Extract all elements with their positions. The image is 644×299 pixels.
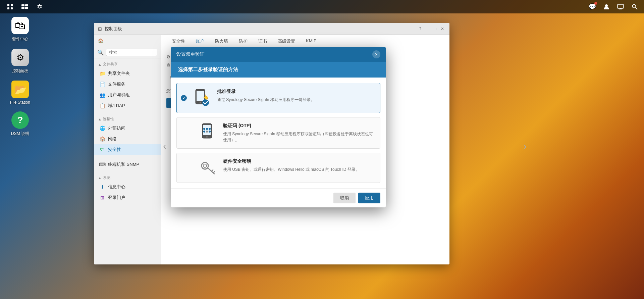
- desktop-icons: 🛍 套件中心 ⚙ 控制面板 📂 File Station ? DSM 说明: [7, 17, 34, 137]
- svg-point-13: [633, 5, 636, 8]
- system-label: 系统: [103, 175, 110, 180]
- dialog-2fa: 设置双重验证 × 选择第二步登录验证的方法 ✓ 👆: [171, 47, 386, 207]
- package-center-icon[interactable]: 🛍 套件中心: [7, 17, 34, 42]
- method-card-hardware-key[interactable]: 硬件安全密钥 使用 USB 密钥、或通行密钥、Windows Hello 或 m…: [176, 153, 380, 183]
- help-window-btn[interactable]: ?: [417, 26, 423, 32]
- svg-point-17: [200, 102, 201, 103]
- sidebar-section-header-filesharing: ▲ 文件共享: [94, 60, 161, 68]
- close-window-btn[interactable]: ✕: [439, 26, 445, 32]
- grid-icon[interactable]: [3, 0, 17, 13]
- control-panel-icon[interactable]: ⚙ 控制面板: [7, 49, 34, 74]
- svg-rect-2: [7, 7, 9, 9]
- network-label: 网络: [108, 136, 117, 142]
- svg-point-8: [605, 4, 608, 7]
- tab-kmip[interactable]: KMIP: [301, 35, 322, 48]
- app-switcher-icon[interactable]: [18, 0, 32, 13]
- notification-icon[interactable]: 💬: [586, 1, 598, 13]
- sidebar-item-info-center[interactable]: ℹ 信息中心: [94, 182, 161, 192]
- sidebar-section-system2: ▲ 系统 ℹ 信息中心 ⊞ 登录门户: [94, 172, 161, 205]
- svg-rect-3: [11, 7, 13, 9]
- sidebar-item-terminal-snmp[interactable]: ⌨ 终端机和 SNMP: [94, 159, 161, 170]
- otp-icon: [199, 123, 218, 142]
- svg-rect-12: [619, 9, 622, 9]
- sidebar-item-domain-ldap[interactable]: 📋 域/LDAP: [94, 100, 161, 111]
- users-groups-icon: 👥: [99, 92, 105, 98]
- svg-rect-7: [25, 7, 28, 9]
- dsm-help-icon[interactable]: ? DSM 说明: [7, 111, 34, 137]
- sidebar-search: 🔍: [94, 47, 161, 58]
- minimize-window-btn[interactable]: —: [425, 26, 431, 32]
- svg-rect-4: [21, 4, 24, 6]
- taskbar: 💬: [0, 0, 644, 13]
- window-title: 控制面板: [105, 26, 122, 32]
- maximize-window-btn[interactable]: □: [432, 26, 438, 32]
- method-desc-approve: 通过 Synology Secure SignIn 移动应用程序一键登录。: [217, 97, 375, 103]
- external-access-label: 外部访问: [108, 125, 125, 131]
- tab-account[interactable]: 账户: [190, 35, 210, 48]
- settings-gear-icon[interactable]: [33, 0, 46, 13]
- svg-point-22: [206, 136, 208, 138]
- domain-ldap-icon: 📋: [99, 103, 105, 109]
- chevron-filesharing-icon: ▲: [98, 62, 102, 66]
- file-services-icon: 📄: [99, 81, 105, 87]
- tab-protection[interactable]: 防护: [233, 35, 253, 48]
- dsm-help-label: DSM 说明: [11, 131, 29, 137]
- sidebar-section-connectivity: ▲ 连接性 🌐 外部访问 🏠 网络 🛡 安全性: [94, 113, 161, 157]
- sidebar-search-input[interactable]: [106, 49, 157, 56]
- svg-line-14: [636, 8, 638, 10]
- sidebar-section-system: ⌨ 终端机和 SNMP: [94, 157, 161, 172]
- display-icon[interactable]: [614, 1, 627, 13]
- sidebar-item-users-groups[interactable]: 👥 用户与群组: [94, 90, 161, 100]
- taskbar-left: [3, 0, 46, 13]
- method-content-otp: 验证码 (OTP) 使用 Synology Secure SignIn 移动应用…: [223, 123, 375, 143]
- method-card-otp[interactable]: 验证码 (OTP) 使用 Synology Secure SignIn 移动应用…: [176, 117, 380, 149]
- dialog-subtitle: 选择第二步登录验证的方法: [178, 66, 238, 72]
- sidebar-home-btn[interactable]: 🏠: [94, 35, 161, 47]
- login-portal-icon: ⊞: [99, 195, 105, 201]
- sidebar-item-shared-folders[interactable]: 📁 共享文件夹: [94, 68, 161, 79]
- chevron-connectivity-icon: ▲: [98, 117, 102, 121]
- security-label: 安全性: [108, 147, 121, 153]
- sidebar-section-header-system: ▲ 系统: [94, 174, 161, 182]
- dialog-header: 设置双重验证 ×: [171, 47, 386, 62]
- sidebar-item-file-services[interactable]: 📄 文件服务: [94, 79, 161, 90]
- svg-point-24: [206, 128, 208, 130]
- domain-ldap-label: 域/LDAP: [108, 103, 125, 109]
- svg-point-28: [209, 131, 211, 133]
- security-icon: 🛡: [99, 147, 105, 153]
- file-station-icon[interactable]: 📂 File Station: [7, 81, 34, 105]
- svg-rect-0: [7, 4, 9, 6]
- method-card-approve[interactable]: ✓ 👆 批准登录 通过 Synology Secure Si: [176, 83, 380, 113]
- method-content-approve: 批准登录 通过 Synology Secure SignIn 移动应用程序一键登…: [217, 89, 375, 103]
- svg-line-33: [213, 171, 215, 173]
- connectivity-label: 连接性: [103, 116, 114, 121]
- dialog-title: 设置双重验证: [176, 51, 205, 57]
- tab-security[interactable]: 安全性: [166, 35, 190, 48]
- sidebar-item-network[interactable]: 🏠 网络: [94, 134, 161, 144]
- svg-rect-5: [25, 4, 28, 6]
- hardware-key-icon: [199, 158, 218, 177]
- dialog-apply-btn[interactable]: 应用: [358, 193, 380, 203]
- package-center-label: 套件中心: [12, 36, 28, 42]
- tab-cert[interactable]: 证书: [253, 35, 272, 48]
- user-account-icon[interactable]: [600, 1, 612, 13]
- sidebar-item-login-portal[interactable]: ⊞ 登录门户: [94, 192, 161, 203]
- sidebar-item-external-access[interactable]: 🌐 外部访问: [94, 123, 161, 134]
- dialog-close-btn[interactable]: ×: [372, 50, 380, 58]
- taskbar-right: 💬: [586, 1, 641, 13]
- control-panel-label: 控制面板: [12, 68, 28, 74]
- svg-rect-11: [620, 8, 622, 9]
- window-titlebar: ⊞ 控制面板 ? — □ ✕: [94, 23, 449, 35]
- prev-arrow-btn[interactable]: ‹: [163, 141, 166, 152]
- tab-advanced[interactable]: 高级设置: [272, 35, 301, 48]
- selected-check-icon: ✓: [181, 95, 187, 101]
- login-portal-label: 登录门户: [108, 195, 125, 201]
- tab-firewall[interactable]: 防火墙: [210, 35, 233, 48]
- file-services-label: 文件服务: [108, 81, 125, 87]
- sidebar-item-security[interactable]: 🛡 安全性: [94, 144, 161, 155]
- search-icon[interactable]: [629, 1, 641, 13]
- next-arrow-btn[interactable]: ›: [524, 141, 527, 152]
- svg-point-23: [203, 128, 205, 130]
- svg-point-27: [206, 131, 208, 133]
- dialog-cancel-btn[interactable]: 取消: [333, 193, 356, 203]
